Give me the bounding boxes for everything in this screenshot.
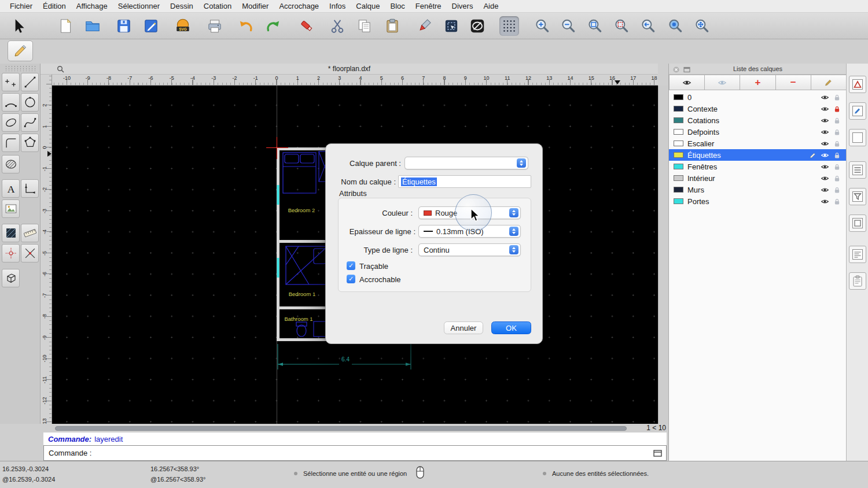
visibility-eye-icon[interactable] xyxy=(821,139,829,148)
lock-icon[interactable] xyxy=(833,163,841,171)
menu-item-bloc[interactable]: Bloc xyxy=(385,0,410,13)
menu-item-fichier[interactable]: Fichier xyxy=(5,0,38,13)
menu-item-calque[interactable]: Calque xyxy=(351,0,385,13)
command-input[interactable]: Commande : xyxy=(43,445,667,461)
menu-item-accrochage[interactable]: Accrochage xyxy=(274,0,324,13)
menu-item-affichage[interactable]: Affichage xyxy=(71,0,113,13)
snap-grid-button[interactable] xyxy=(499,16,519,36)
inner-box-panel-button[interactable] xyxy=(849,215,866,232)
svg-export-button[interactable]: SVG xyxy=(173,16,193,36)
blank-panel-button[interactable] xyxy=(849,129,866,146)
palette-drag-handle[interactable] xyxy=(5,65,35,71)
ellipse-tool-button[interactable] xyxy=(2,113,20,132)
horizontal-scrollbar-thumb[interactable] xyxy=(55,426,627,431)
arc-tool-button[interactable] xyxy=(2,93,20,112)
hatch-ellipse-tool-button[interactable] xyxy=(2,155,20,173)
selection-window-button[interactable] xyxy=(442,16,461,36)
clipboard-panel-button[interactable] xyxy=(849,272,866,290)
circle-tool-button[interactable] xyxy=(21,93,39,112)
edit-document-button[interactable] xyxy=(141,16,161,36)
layer-name-input[interactable]: Étiquettes xyxy=(398,175,531,188)
menu-item-aide[interactable]: Aide xyxy=(478,0,503,13)
open-file-button[interactable] xyxy=(83,16,102,36)
solid-tool-button[interactable] xyxy=(2,269,20,287)
filter-panel-button[interactable] xyxy=(849,188,866,205)
lock-icon[interactable] xyxy=(833,198,841,205)
add-layer-button[interactable]: + xyxy=(740,75,775,90)
hide-all-layers-button[interactable] xyxy=(705,75,740,90)
lock-icon[interactable] xyxy=(833,140,841,147)
parent-layer-dropdown[interactable] xyxy=(404,157,528,169)
linetype-dropdown[interactable]: Continu xyxy=(418,243,521,256)
menu-item-selectionner[interactable]: Sélectionner xyxy=(113,0,165,13)
lock-icon[interactable] xyxy=(833,175,841,182)
layer-row[interactable]: Murs xyxy=(669,184,847,195)
visibility-eye-icon[interactable] xyxy=(821,162,829,171)
paste-button[interactable] xyxy=(382,16,402,36)
visibility-eye-icon[interactable] xyxy=(821,128,829,136)
visibility-eye-icon[interactable] xyxy=(821,116,829,125)
visibility-eye-icon[interactable] xyxy=(821,186,829,194)
current-tool-button[interactable] xyxy=(8,40,33,61)
layer-row[interactable]: Étiquettes xyxy=(669,149,847,161)
measure-tool-button[interactable] xyxy=(21,224,39,242)
layer-row[interactable]: Cotations xyxy=(669,114,847,126)
draw-pen-button[interactable] xyxy=(414,16,434,36)
zoom-previous-button[interactable] xyxy=(638,16,658,36)
plottable-checkbox[interactable] xyxy=(347,261,355,270)
snap-center-tool-button[interactable] xyxy=(2,244,20,263)
lock-icon[interactable] xyxy=(833,117,841,124)
visibility-eye-icon[interactable] xyxy=(821,105,829,113)
layer-row[interactable]: Contexte xyxy=(669,103,847,114)
redo-button[interactable] xyxy=(263,16,283,36)
remove-layer-button[interactable]: − xyxy=(776,75,811,90)
cancel-button[interactable]: Annuler xyxy=(444,321,483,334)
zoom-auto-button[interactable] xyxy=(585,16,605,36)
visibility-eye-icon[interactable] xyxy=(821,174,829,183)
text-panel-button[interactable] xyxy=(849,246,866,263)
menu-item-edition[interactable]: Édition xyxy=(38,0,71,13)
pencil-panel-button[interactable] xyxy=(849,102,866,120)
menu-item-modifier[interactable]: Modifier xyxy=(237,0,274,13)
snap-free-button[interactable] xyxy=(468,16,487,36)
hatch-tool-button[interactable] xyxy=(2,224,20,242)
polyline-tool-button[interactable] xyxy=(2,134,20,152)
snappable-checkbox[interactable] xyxy=(347,275,355,283)
layer-row[interactable]: 0 xyxy=(669,91,847,103)
undo-button[interactable] xyxy=(236,16,256,36)
copy-button[interactable] xyxy=(355,16,374,36)
visibility-eye-icon[interactable] xyxy=(821,93,829,102)
layer-row[interactable]: Intérieur xyxy=(669,172,847,184)
spline-tool-button[interactable] xyxy=(21,113,39,132)
delete-entity-button[interactable] xyxy=(297,16,317,36)
zoom-in-button[interactable] xyxy=(532,16,552,36)
points-tool-button[interactable] xyxy=(2,73,20,91)
lock-icon[interactable] xyxy=(833,105,841,113)
menu-item-cotation[interactable]: Cotation xyxy=(198,0,237,13)
list-panel-button[interactable] xyxy=(849,161,866,179)
menu-item-infos[interactable]: Infos xyxy=(324,0,351,13)
layer-row[interactable]: Escalier xyxy=(669,138,847,149)
cut-button[interactable] xyxy=(328,16,347,36)
select-button[interactable] xyxy=(9,16,28,36)
lock-icon[interactable] xyxy=(833,128,841,136)
show-all-layers-button[interactable] xyxy=(669,75,705,90)
lock-icon[interactable] xyxy=(833,94,841,101)
edit-layer-button[interactable] xyxy=(811,75,847,90)
menu-item-divers[interactable]: Divers xyxy=(447,0,479,13)
polygon-tool-button[interactable] xyxy=(21,134,39,152)
menu-item-dessin[interactable]: Dessin xyxy=(165,0,198,13)
layer-row[interactable]: Defpoints xyxy=(669,126,847,138)
vertical-scrollbar[interactable] xyxy=(658,86,668,424)
new-document-button[interactable] xyxy=(56,16,75,36)
layer-row[interactable]: Fenêtres xyxy=(669,161,847,172)
menu-item-fenetre[interactable]: Fenêtre xyxy=(410,0,447,13)
dimension-tool-button[interactable] xyxy=(21,179,39,198)
layer-row[interactable]: Portes xyxy=(669,195,847,207)
line-tool-button[interactable] xyxy=(21,73,39,91)
zoom-find-button[interactable] xyxy=(665,16,685,36)
zoom-out-button[interactable] xyxy=(558,16,578,36)
window-icon[interactable] xyxy=(653,449,663,459)
visibility-eye-icon[interactable] xyxy=(821,151,829,160)
text-tool-button[interactable]: A xyxy=(2,179,20,198)
